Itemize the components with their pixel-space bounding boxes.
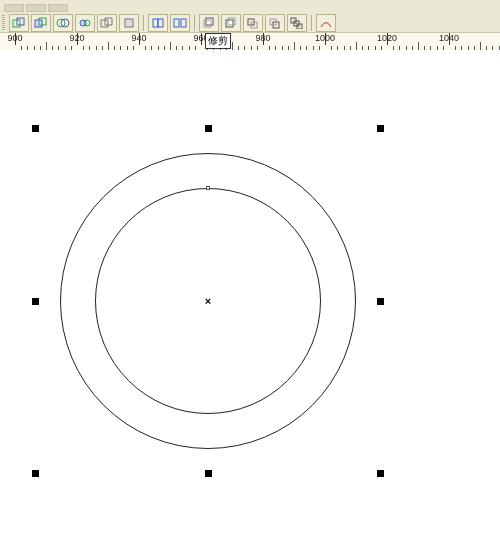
toolbar-separator <box>143 15 144 31</box>
toolbar-fragment <box>26 4 46 12</box>
back-minus-front-button[interactable] <box>119 14 139 32</box>
selection-handle[interactable] <box>377 125 384 132</box>
svg-rect-9 <box>153 19 158 27</box>
application-chrome: 900920940960980100010201040修剪 <box>0 0 500 50</box>
to-front-button[interactable] <box>199 14 219 32</box>
trim-button[interactable] <box>31 14 51 32</box>
toolbar-partial-top <box>0 0 500 12</box>
shape-node[interactable] <box>206 186 210 190</box>
back-one-button[interactable] <box>265 14 285 32</box>
svg-rect-12 <box>181 19 186 27</box>
break-apart-button[interactable] <box>170 14 190 32</box>
ruler-label: 940 <box>131 33 146 43</box>
ruler-label: 920 <box>69 33 84 43</box>
selection-handle[interactable] <box>32 125 39 132</box>
svg-rect-11 <box>174 19 179 27</box>
order-button[interactable] <box>287 14 307 32</box>
intersect-button[interactable] <box>53 14 73 32</box>
drawing-canvas[interactable]: × <box>0 50 500 538</box>
svg-rect-10 <box>158 19 163 27</box>
convert-curves-button[interactable] <box>316 14 336 32</box>
shaping-toolbar <box>0 12 500 32</box>
combine-button[interactable] <box>148 14 168 32</box>
weld-button[interactable] <box>9 14 29 32</box>
toolbar-fragment <box>4 4 24 12</box>
to-back-button[interactable] <box>221 14 241 32</box>
toolbar-separator <box>194 15 195 31</box>
toolbar-fragment <box>48 4 68 12</box>
front-minus-back-button[interactable] <box>97 14 117 32</box>
ruler-label: 980 <box>255 33 270 43</box>
selection-handle[interactable] <box>377 470 384 477</box>
selection-handle[interactable] <box>377 298 384 305</box>
selection-handle[interactable] <box>205 470 212 477</box>
svg-rect-15 <box>226 20 233 27</box>
ruler-label: 1020 <box>377 33 397 43</box>
simplify-button[interactable] <box>75 14 95 32</box>
toolbar-grip[interactable] <box>2 15 5 31</box>
ruler-label: 1040 <box>439 33 459 43</box>
svg-rect-8 <box>125 19 133 27</box>
svg-rect-13 <box>206 18 213 25</box>
hover-tooltip: 修剪 <box>205 33 231 49</box>
ruler-label: 1000 <box>315 33 335 43</box>
toolbar-separator <box>311 15 312 31</box>
horizontal-ruler[interactable]: 900920940960980100010201040修剪 <box>0 32 500 50</box>
ruler-label: 900 <box>7 33 22 43</box>
selection-handle[interactable] <box>32 298 39 305</box>
selection-center-marker: × <box>205 295 211 307</box>
selection-handle[interactable] <box>205 125 212 132</box>
selection-handle[interactable] <box>32 470 39 477</box>
forward-one-button[interactable] <box>243 14 263 32</box>
